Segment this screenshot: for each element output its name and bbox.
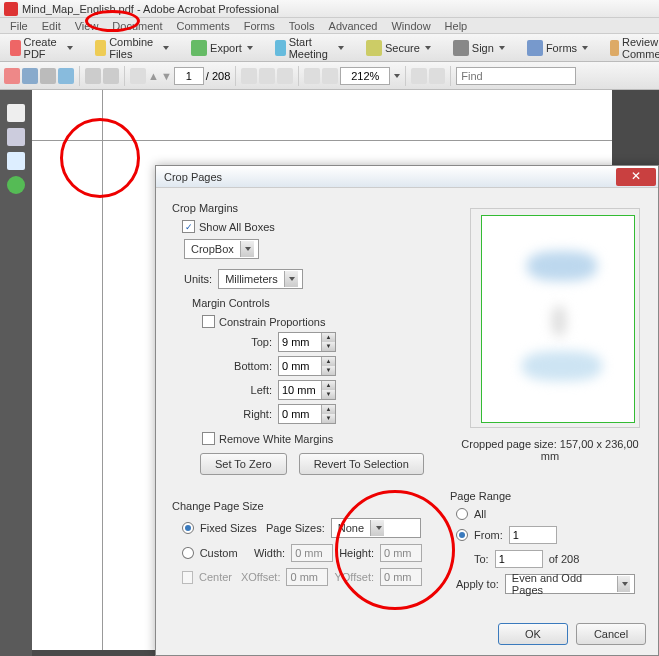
layout-icon[interactable] xyxy=(429,68,445,84)
export-button[interactable]: Export xyxy=(185,37,259,59)
cropped-size-label: Cropped page size: 157,00 x 236,00 mm xyxy=(460,438,640,462)
page-total: / 208 xyxy=(206,70,230,82)
crop-guide-vertical xyxy=(102,90,103,650)
menu-tools[interactable]: Tools xyxy=(283,20,321,32)
start-meeting-button[interactable]: Start Meeting xyxy=(269,33,350,63)
crop-box-select[interactable]: CropBox xyxy=(184,239,259,259)
pages-icon[interactable] xyxy=(103,68,119,84)
zoom-in-icon[interactable] xyxy=(322,68,338,84)
arrow-up-icon[interactable]: ▲ xyxy=(148,70,159,82)
page-number-input[interactable] xyxy=(174,67,204,85)
toolbar-nav: ▲ ▼ / 208 xyxy=(0,62,659,90)
cancel-button[interactable]: Cancel xyxy=(576,623,646,645)
dialog-title: Crop Pages xyxy=(164,171,222,183)
crop-guide-horizontal xyxy=(32,140,612,141)
yoffset-input xyxy=(380,568,422,586)
bookmarks-panel-icon[interactable] xyxy=(7,128,25,146)
chevron-down-icon xyxy=(67,46,73,50)
from-input[interactable] xyxy=(509,526,557,544)
width-input xyxy=(291,544,333,562)
right-input[interactable] xyxy=(279,405,321,423)
pages-panel-icon[interactable] xyxy=(7,104,25,122)
help-panel-icon[interactable] xyxy=(7,176,25,194)
mail-icon[interactable] xyxy=(58,68,74,84)
menu-help[interactable]: Help xyxy=(439,20,474,32)
marquee-tool-icon[interactable] xyxy=(277,68,293,84)
from-radio[interactable] xyxy=(456,529,468,541)
window-title: Mind_Map_English.pdf - Adobe Acrobat Pro… xyxy=(22,3,279,15)
remove-white-margins-checkbox[interactable] xyxy=(202,432,215,445)
revert-button[interactable]: Revert To Selection xyxy=(299,453,424,475)
toolbar-main: Create PDF Combine Files Export Start Me… xyxy=(0,34,659,62)
menu-forms[interactable]: Forms xyxy=(238,20,281,32)
page-range-label: Page Range xyxy=(450,490,640,502)
set-to-zero-button[interactable]: Set To Zero xyxy=(200,453,287,475)
close-button[interactable]: ✕ xyxy=(616,168,656,186)
bottom-input[interactable] xyxy=(279,357,321,375)
remove-white-label: Remove White Margins xyxy=(219,433,333,445)
menu-view[interactable]: View xyxy=(69,20,105,32)
menu-advanced[interactable]: Advanced xyxy=(323,20,384,32)
prev-page-icon[interactable] xyxy=(130,68,146,84)
crop-preview xyxy=(470,208,640,428)
crop-pages-dialog: Crop Pages ✕ Crop Margins ✓ Show All Box… xyxy=(155,165,659,656)
signatures-panel-icon[interactable] xyxy=(7,152,25,170)
center-checkbox xyxy=(182,571,193,584)
window-titlebar: Mind_Map_English.pdf - Adobe Acrobat Pro… xyxy=(0,0,659,18)
height-input xyxy=(380,544,422,562)
ok-button[interactable]: OK xyxy=(498,623,568,645)
units-label: Units: xyxy=(184,273,212,285)
show-all-boxes-checkbox[interactable]: ✓ xyxy=(182,220,195,233)
page-icon[interactable] xyxy=(85,68,101,84)
fixed-sizes-radio[interactable] xyxy=(182,522,194,534)
units-select[interactable]: Millimeters xyxy=(218,269,303,289)
navigation-panel xyxy=(0,90,32,656)
constrain-label: Constrain Proportions xyxy=(219,316,325,328)
menu-document[interactable]: Document xyxy=(106,20,168,32)
constrain-proportions-checkbox[interactable] xyxy=(202,315,215,328)
create-pdf-button[interactable]: Create PDF xyxy=(4,33,79,63)
zoom-input[interactable] xyxy=(340,67,390,85)
all-pages-radio[interactable] xyxy=(456,508,468,520)
hand-tool-icon[interactable] xyxy=(259,68,275,84)
menu-file[interactable]: File xyxy=(4,20,34,32)
menu-window[interactable]: Window xyxy=(385,20,436,32)
print-icon[interactable] xyxy=(4,68,20,84)
arrow-down-icon[interactable]: ▼ xyxy=(161,70,172,82)
zoom-out-icon[interactable] xyxy=(304,68,320,84)
printer-icon[interactable] xyxy=(40,68,56,84)
menu-edit[interactable]: Edit xyxy=(36,20,67,32)
find-input[interactable] xyxy=(456,67,576,85)
save-icon[interactable] xyxy=(22,68,38,84)
show-all-boxes-label: Show All Boxes xyxy=(199,221,275,233)
combine-files-button[interactable]: Combine Files xyxy=(89,33,175,63)
apply-to-select[interactable]: Even and Odd Pages xyxy=(505,574,635,594)
app-icon xyxy=(4,2,18,16)
forms-button[interactable]: Forms xyxy=(521,37,594,59)
page-sizes-select[interactable]: None xyxy=(331,518,421,538)
to-input[interactable] xyxy=(495,550,543,568)
secure-button[interactable]: Secure xyxy=(360,37,437,59)
top-input[interactable] xyxy=(279,333,321,351)
rotate-icon[interactable] xyxy=(411,68,427,84)
select-tool-icon[interactable] xyxy=(241,68,257,84)
dialog-titlebar[interactable]: Crop Pages ✕ xyxy=(156,166,658,188)
sign-button[interactable]: Sign xyxy=(447,37,511,59)
menubar: File Edit View Document Comments Forms T… xyxy=(0,18,659,34)
chevron-down-icon xyxy=(245,247,251,251)
left-input[interactable] xyxy=(279,381,321,399)
custom-radio[interactable] xyxy=(182,547,194,559)
menu-comments[interactable]: Comments xyxy=(171,20,236,32)
change-page-size-label: Change Page Size xyxy=(172,500,422,512)
review-comment-button[interactable]: Review & Comment xyxy=(604,33,659,63)
xoffset-input xyxy=(286,568,328,586)
